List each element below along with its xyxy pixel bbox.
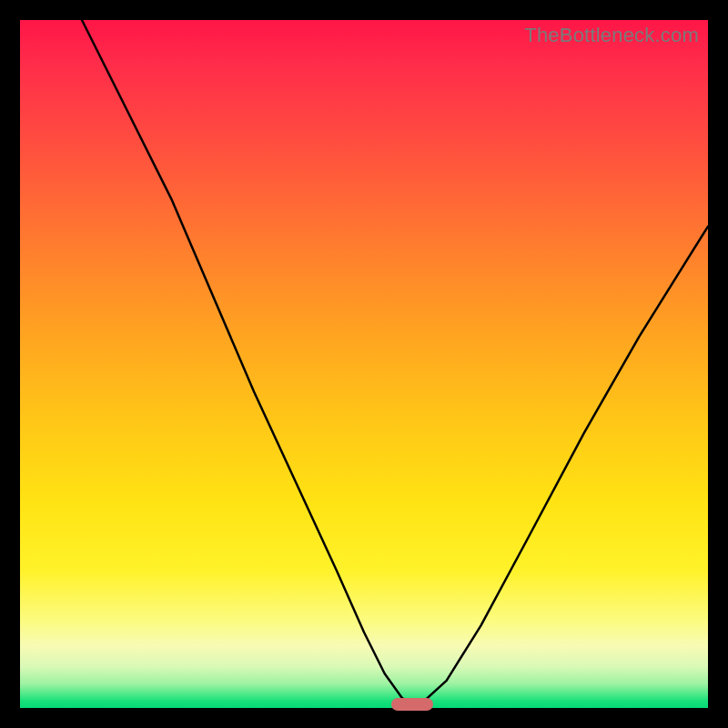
bottleneck-curve <box>20 20 708 708</box>
plot-area: TheBottleneck.com <box>20 20 708 708</box>
optimal-marker <box>391 698 433 711</box>
curve-path <box>82 20 708 704</box>
chart-frame: TheBottleneck.com <box>0 0 728 728</box>
